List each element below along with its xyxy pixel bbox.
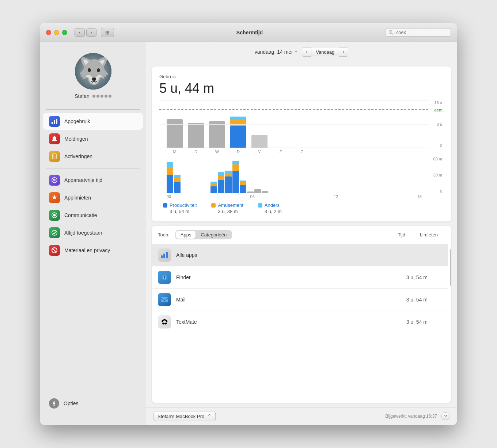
help-button[interactable]: ? — [441, 412, 449, 420]
hourly-chart-container: 60 m 30 m 0 00 06 12 18 — [159, 157, 444, 199]
forward-button[interactable]: › — [86, 29, 96, 37]
scrollbar-track[interactable] — [448, 244, 451, 403]
svg-rect-20 — [161, 255, 163, 258]
legend-anders: Anders 3 u, 2 m — [258, 202, 282, 214]
appgebruik-icon — [49, 116, 60, 127]
applimieten-label: Applimieten — [64, 195, 91, 201]
toon-label: Toon: — [158, 232, 170, 238]
date-today-btn[interactable]: Vandaag — [311, 48, 339, 56]
communicatie-icon — [49, 210, 60, 221]
tab-apps[interactable]: Apps — [176, 231, 196, 239]
svg-point-26 — [165, 277, 166, 278]
anders-dot — [258, 203, 262, 208]
sidebar-item-activeringen[interactable]: Activeringen — [43, 148, 143, 165]
user-section: Stefan — [40, 49, 146, 106]
materiaal-label: Materiaal en privacy — [64, 247, 110, 253]
opties-icon — [49, 398, 59, 409]
sidebar: Stefan — [40, 42, 146, 425]
titlebar: ‹ › ⊞ Schermtijd — [40, 23, 457, 42]
search-icon — [388, 30, 394, 35]
mail-icon — [158, 293, 171, 306]
alle-apps-name: Alle apps — [176, 252, 442, 258]
sidebar-item-appgebruik[interactable]: Appgebruik — [43, 113, 143, 130]
apparaatvrije-icon — [49, 175, 60, 186]
app-row-textmate[interactable]: ✿ TextMate 3 u, 54 m — [152, 311, 448, 333]
svg-point-14 — [52, 230, 57, 235]
opties-label: Opties — [64, 400, 78, 406]
wolf-image — [75, 53, 111, 90]
mail-time: 3 u, 54 m — [406, 297, 428, 303]
maximize-button[interactable] — [62, 30, 67, 35]
week-day-thu — [230, 117, 246, 148]
mail-name: Mail — [176, 297, 401, 303]
svg-point-18 — [54, 401, 55, 402]
meldingen-label: Meldingen — [64, 136, 88, 142]
footer-right: Bijgewerkt: vandaag 16:37 ? — [386, 412, 449, 420]
weekly-chart-container: gem. — [159, 100, 444, 154]
svg-rect-2 — [52, 122, 53, 124]
back-button[interactable]: ‹ — [75, 29, 85, 37]
finder-icon — [158, 271, 171, 284]
search-input[interactable] — [395, 30, 447, 35]
date-label: vandaag, 14 mei ⌃ — [255, 49, 298, 55]
y-axis-hourly: 60 m 30 m 0 — [429, 157, 444, 193]
date-next-btn[interactable]: › — [339, 47, 348, 57]
device-arrow-icon: ⌃ — [207, 413, 212, 419]
sidebar-item-apparaatvrije-tijd[interactable]: Apparaatvrije tijd — [43, 172, 143, 189]
chart-area: Gebruik 5 u, 44 m gem. — [152, 67, 451, 221]
apparaatvrije-label: Apparaatvrije tijd — [64, 177, 102, 183]
hourly-bars — [159, 157, 429, 193]
username-dots — [92, 95, 111, 98]
grid-button[interactable]: ⊞ — [101, 28, 114, 37]
svg-rect-3 — [54, 120, 55, 124]
svg-line-1 — [392, 33, 393, 35]
altijd-icon — [49, 227, 60, 238]
svg-point-17 — [53, 402, 55, 405]
app-row-mail[interactable]: Mail 3 u, 54 m — [152, 289, 448, 311]
sidebar-item-opties[interactable]: Opties — [43, 395, 143, 411]
tab-categorieen[interactable]: Categorieën — [196, 231, 231, 239]
scrollbar-thumb[interactable] — [450, 249, 451, 286]
amusement-dot — [211, 203, 216, 208]
svg-rect-27 — [161, 297, 168, 302]
apps-header: Toon: Apps Categorieën Tijd Limieten — [152, 226, 451, 244]
materiaal-icon — [49, 245, 60, 256]
username: Stefan — [75, 93, 111, 99]
svg-point-19 — [54, 405, 55, 406]
sidebar-item-communicatie[interactable]: Communicatie — [43, 207, 143, 224]
activeringen-label: Activeringen — [64, 153, 92, 159]
legend: Productiviteit 3 u, 54 m Amusement 3 u, … — [159, 202, 444, 214]
footer: Stefan's MacBook Pro ⌃ Bijgewerkt: vanda… — [146, 407, 457, 425]
app-row-finder[interactable]: Finder 3 u, 54 m — [152, 266, 448, 289]
sidebar-item-meldingen[interactable]: Meldingen — [43, 130, 143, 147]
communicatie-label: Communicatie — [64, 212, 97, 218]
minimize-button[interactable] — [54, 30, 59, 35]
activeringen-icon — [49, 151, 60, 162]
sidebar-item-altijd-toegestaan[interactable]: Altijd toegestaan — [43, 224, 143, 241]
finder-name: Finder — [176, 274, 401, 280]
textmate-name: TextMate — [176, 319, 401, 325]
svg-point-0 — [389, 30, 392, 33]
svg-point-25 — [163, 277, 164, 278]
x-axis-hourly: 00 06 12 18 — [159, 193, 429, 199]
apps-section: Toon: Apps Categorieën Tijd Limieten — [152, 226, 451, 403]
sidebar-divider-2 — [46, 168, 140, 168]
avatar — [75, 53, 111, 90]
svg-rect-7 — [53, 156, 56, 156]
svg-rect-21 — [163, 254, 165, 258]
sidebar-item-materiaal-privacy[interactable]: Materiaal en privacy — [43, 242, 143, 259]
usage-time: 5 u, 44 m — [159, 81, 444, 96]
sidebar-divider-1 — [46, 109, 140, 110]
nav-buttons: ‹ › — [75, 29, 96, 37]
traffic-lights — [46, 30, 67, 35]
window-title: Schermtijd — [118, 30, 381, 35]
col-header-limieten: Limieten — [420, 232, 438, 238]
date-prev-btn[interactable]: ‹ — [302, 47, 311, 57]
search-bar[interactable] — [385, 28, 451, 37]
sidebar-item-applimieten[interactable]: Applimieten — [43, 189, 143, 206]
svg-point-13 — [53, 214, 56, 217]
device-selector[interactable]: Stefan's MacBook Pro ⌃ — [153, 411, 216, 421]
close-button[interactable] — [46, 30, 51, 35]
app-row-alle-apps[interactable]: Alle apps — [152, 244, 448, 266]
legend-productiviteit: Productiviteit 3 u, 54 m — [163, 202, 197, 214]
